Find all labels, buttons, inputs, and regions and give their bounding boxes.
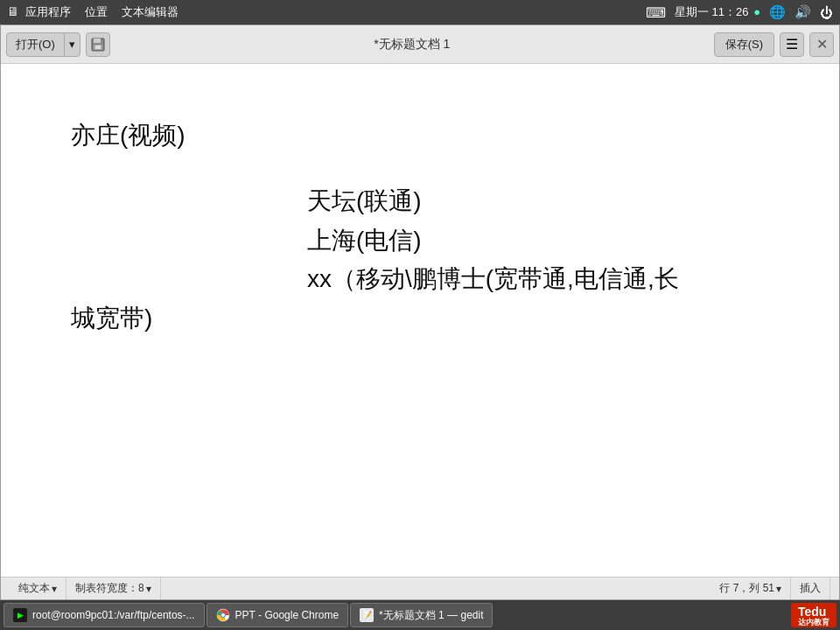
save-icon-button[interactable]: [86, 32, 110, 57]
text-line-4a: xx（移动\鹏博士(宽带通,电信通,长: [307, 260, 804, 299]
position-arrow: ▾: [776, 583, 781, 595]
text-line-2: 天坛(联通): [307, 182, 804, 221]
svg-rect-1: [94, 38, 101, 43]
keyboard-icon: ⌨: [646, 4, 666, 21]
save-button[interactable]: 保存(S): [714, 32, 774, 57]
menu-button[interactable]: ☰: [780, 32, 804, 57]
insert-mode: 插入: [791, 578, 830, 599]
open-dropdown-arrow[interactable]: ▾: [65, 33, 80, 56]
tab-width-selector[interactable]: 制表符宽度：8 ▾: [66, 578, 161, 599]
gedit-window: 打开(O) ▾ *无标题文档 1 保存(S) ☰ ✕ 亦庄(视频) 天坛(联通)…: [0, 24, 840, 600]
editor-content[interactable]: 亦庄(视频) 天坛(联通) 上海(电信) xx（移动\鹏博士(宽带通,电信通,长…: [1, 64, 839, 577]
status-bar: 纯文本 ▾ 制表符宽度：8 ▾ 行 7，列 51 ▾ 插入: [1, 577, 839, 599]
text-line-3: 上海(电信): [307, 221, 804, 261]
text-editor-menu[interactable]: 文本编辑器: [122, 4, 178, 20]
text-line-4b: 城宽带): [71, 299, 804, 339]
location-menu[interactable]: 位置: [85, 4, 108, 20]
svg-point-6: [221, 613, 225, 617]
close-button[interactable]: ✕: [809, 32, 834, 57]
svg-rect-3: [95, 46, 101, 49]
text-line-1: 亦庄(视频): [71, 116, 804, 156]
network-icon: 🌐: [769, 4, 786, 20]
taskbar-terminal[interactable]: ▶ root@room9pc01:/var/ftp/centos-...: [4, 603, 205, 627]
top-bar-right: ⌨ 星期一 11：26 ● 🌐 🔊 ⏻: [646, 4, 833, 21]
terminal-icon: ▶: [13, 608, 27, 622]
text-type-selector[interactable]: 纯文本 ▾: [10, 578, 66, 599]
open-button-label[interactable]: 打开(O): [7, 33, 65, 56]
top-bar-left: 🖥 应用程序 位置 文本编辑器: [7, 4, 178, 20]
power-icon: ⏻: [820, 5, 833, 20]
text-type-arrow: ▾: [52, 583, 57, 595]
save-floppy-icon: [91, 38, 105, 52]
taskbar-gedit[interactable]: 📝 *无标题文档 1 — gedit: [350, 603, 493, 627]
chrome-icon: [216, 608, 230, 622]
taskbar: ▶ root@room9pc01:/var/ftp/centos-... PPT…: [0, 600, 840, 630]
apps-menu[interactable]: 🖥 应用程序: [7, 4, 71, 20]
top-system-bar: 🖥 应用程序 位置 文本编辑器 ⌨ 星期一 11：26 ● 🌐 🔊 ⏻: [0, 0, 840, 24]
open-button[interactable]: 打开(O) ▾: [6, 32, 80, 57]
gedit-icon: 📝: [360, 608, 374, 622]
document-title: *无标题文档 1: [116, 37, 709, 52]
volume-icon: 🔊: [794, 4, 811, 20]
datetime: 星期一 11：26 ●: [675, 4, 760, 20]
tab-width-arrow: ▾: [146, 583, 151, 595]
taskbar-chrome[interactable]: PPT - Google Chrome: [206, 603, 349, 627]
cursor-position[interactable]: 行 7，列 51 ▾: [710, 578, 791, 599]
tedu-logo: Tedu 达内教育: [791, 603, 836, 627]
gedit-toolbar: 打开(O) ▾ *无标题文档 1 保存(S) ☰ ✕: [1, 25, 839, 64]
